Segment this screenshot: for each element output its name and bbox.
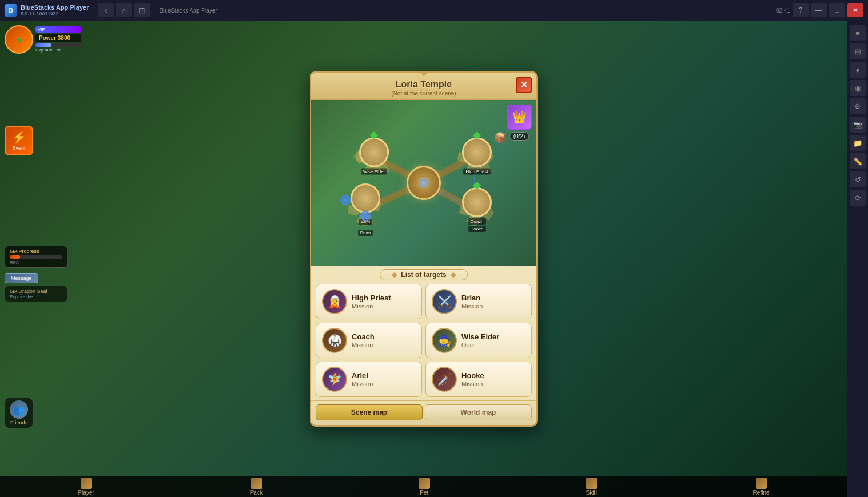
target-info-ariel: Ariel Mission (352, 371, 416, 387)
bs-nav-buttons: ‹ ⌂ ⊡ (98, 3, 150, 17)
back-button[interactable]: ‹ (98, 3, 114, 17)
dialog-title: Loria Temple (320, 79, 527, 90)
target-type-high-priest: Mission (352, 303, 416, 310)
target-item-hooke[interactable]: 🗡️ Hooke Mission (425, 362, 532, 397)
high-priest-circle (462, 137, 492, 167)
game-name-label: BlueStacks App Player (159, 7, 217, 14)
pack-label: Pack (250, 490, 263, 496)
badge-count: (0/2) (509, 132, 529, 141)
map-center-hub (407, 166, 441, 200)
wise-elder-label: Wise Elder (361, 168, 388, 174)
target-avatar-coach: 🥋 (322, 328, 347, 353)
bs-icon: B (5, 4, 17, 17)
target-item-coach[interactable]: 🥋 Coach Mission (316, 323, 422, 358)
dialog-close-button[interactable]: ✕ (516, 77, 532, 93)
target-avatar-high-priest: 🧝 (322, 289, 347, 314)
target-type-wise-elder: Quiz (461, 342, 525, 348)
minimize-button[interactable]: — (811, 3, 827, 17)
overview-button[interactable]: ⊡ (134, 3, 150, 17)
ariel-circle (351, 183, 380, 213)
target-info-wise-elder: Wise Elder Quiz (461, 332, 525, 348)
maximize-button[interactable]: □ (829, 3, 845, 17)
help-button[interactable]: ? (793, 3, 809, 17)
target-name-high-priest: High Priest (352, 294, 416, 302)
targets-grid: 🧝 High Priest Mission ⚔️ Brian Mission (316, 284, 532, 397)
sidebar-btn-10[interactable]: ⟳ (850, 190, 866, 206)
bottom-btn-pet[interactable]: Pet (419, 478, 430, 496)
dialog-header: ✦ Loria Temple (Not at the current scene… (311, 73, 536, 100)
sidebar-btn-9[interactable]: ↺ (850, 171, 866, 187)
target-name-hooke: Hooke (461, 371, 525, 380)
wise-elder-circle (359, 137, 389, 167)
app-version: 5.9.11.1001 N32 (21, 11, 89, 17)
map-badge: 👑 (0/2) (507, 105, 532, 141)
map-node-high-priest[interactable]: High Priest (462, 137, 492, 174)
sidebar-btn-5[interactable]: ⚙ (850, 98, 866, 114)
sidebar-btn-8[interactable]: ✏️ (850, 153, 866, 169)
target-avatar-ariel: 🧚 (322, 367, 347, 392)
target-item-wise-elder[interactable]: 🧙 Wise Elder Quiz (425, 323, 532, 358)
target-type-ariel: Mission (352, 380, 416, 387)
sidebar-btn-4[interactable]: ◉ (850, 80, 866, 96)
player-icon (81, 478, 92, 489)
badge-icon: 👑 (507, 105, 532, 130)
bottom-btn-player[interactable]: Player (78, 478, 94, 496)
game-bottom-bar: Player Pack Pet Skill Refine (0, 476, 847, 497)
target-type-hooke: Mission (461, 380, 525, 387)
tab-world-map[interactable]: World map (425, 404, 532, 420)
map-node-ariel-brian[interactable]: Ariel Brian (351, 183, 380, 236)
targets-title: List of targets (401, 271, 446, 279)
sidebar-btn-7[interactable]: 📁 (850, 135, 866, 151)
target-item-brian[interactable]: ⚔️ Brian Mission (425, 284, 532, 319)
map-node-wise-elder[interactable]: Wise Elder (359, 137, 389, 174)
target-info-brian: Brian Mission (461, 294, 525, 310)
coach-label: Coach (468, 218, 485, 225)
map-chest: 📦 (494, 131, 507, 144)
header-deco-right: ◆ (451, 271, 456, 279)
target-info-hooke: Hooke Mission (461, 371, 525, 387)
close-button[interactable]: ✕ (847, 3, 863, 17)
sidebar-btn-6[interactable]: 📷 (850, 117, 866, 133)
target-item-high-priest[interactable]: 🧝 High Priest Mission (316, 284, 422, 319)
pack-icon (251, 478, 262, 489)
home-button[interactable]: ⌂ (116, 3, 132, 17)
skill-icon (586, 478, 597, 489)
map-node-coach-hooke[interactable]: Coach Hooke (462, 187, 492, 232)
pet-label: Pet (420, 490, 428, 496)
target-item-ariel[interactable]: 🧚 Ariel Mission (316, 362, 422, 397)
target-avatar-hooke: 🗡️ (432, 367, 457, 392)
target-name-coach: Coach (352, 332, 416, 341)
map-center-ring (419, 178, 429, 188)
target-name-brian: Brian (461, 294, 525, 302)
target-name-ariel: Ariel (352, 371, 416, 380)
targets-header-text: ◆ List of targets ◆ (380, 269, 468, 280)
ariel-marker (340, 195, 351, 205)
sidebar-btn-3[interactable]: ♦ (850, 62, 866, 78)
bottom-btn-refine[interactable]: Refine (753, 478, 770, 496)
target-info-coach: Coach Mission (352, 332, 416, 348)
player-label: Player (78, 490, 94, 496)
header-deco-left: ◆ (392, 271, 397, 279)
sidebar-btn-2[interactable]: ⊞ (850, 43, 866, 59)
right-sidebar: ≡ ⊞ ♦ ◉ ⚙ 📷 📁 ✏️ ↺ ⟳ (847, 21, 868, 497)
target-info-high-priest: High Priest Mission (352, 294, 416, 310)
target-name-wise-elder: Wise Elder (461, 332, 525, 341)
temple-map[interactable]: Wise Elder High Priest (311, 100, 536, 266)
refine-icon (756, 478, 767, 489)
app-title: BlueStacks App Player (21, 4, 89, 11)
tab-scene-map[interactable]: Scene map (316, 404, 423, 420)
targets-section: ◆ List of targets ◆ 🧝 High Priest Missio… (311, 266, 536, 400)
skill-label: Skill (586, 490, 597, 496)
bottom-btn-skill[interactable]: Skill (586, 478, 597, 496)
high-priest-label: High Priest (463, 168, 490, 174)
target-type-coach: Mission (352, 342, 416, 348)
target-avatar-brian: ⚔️ (432, 289, 457, 314)
dialog-subtitle: (Not at the current scene) (320, 90, 527, 97)
targets-header: ◆ List of targets ◆ (316, 269, 532, 280)
dialog-overlay: ✦ Loria Temple (Not at the current scene… (0, 21, 847, 476)
sidebar-btn-1[interactable]: ≡ (850, 25, 866, 41)
bluestacks-topbar: B BlueStacks App Player 5.9.11.1001 N32 … (0, 0, 868, 21)
coach-circle (462, 187, 492, 217)
bottom-btn-pack[interactable]: Pack (250, 478, 263, 496)
dialog-tabs: Scene map World map (311, 400, 536, 425)
